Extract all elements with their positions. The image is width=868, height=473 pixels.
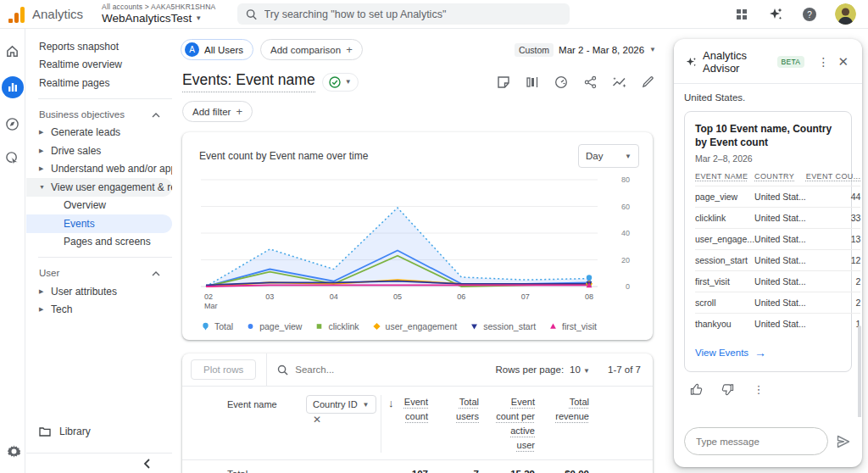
secondary-dimension-select[interactable]: Country ID▼: [306, 395, 376, 414]
search-icon: [246, 8, 257, 20]
insight-event: thankyou: [695, 314, 754, 335]
advisor-message-input[interactable]: [696, 437, 816, 447]
sidebar-item-reports-snapshot[interactable]: Reports snapshot: [26, 37, 172, 56]
advertising-icon[interactable]: [4, 149, 21, 166]
scrollbar-thumb[interactable]: [858, 326, 861, 417]
chevron-down-icon: ▼: [625, 153, 632, 160]
insight-event: session_start: [695, 250, 754, 271]
report-status-control[interactable]: ▼: [322, 73, 359, 92]
legend-item-page_view[interactable]: page_view: [246, 321, 302, 331]
sidebar-item-user-attributes[interactable]: ▶User attributes: [26, 282, 172, 301]
metric-header-total-users[interactable]: Total users: [430, 395, 481, 453]
share-icon[interactable]: [581, 74, 598, 91]
divider: [38, 257, 172, 258]
sidebar-item-realtime-pages[interactable]: Realtime pages: [26, 74, 172, 92]
sidebar-item-pages-and-screens[interactable]: Pages and screens: [26, 233, 172, 252]
thumbs-up-icon[interactable]: [687, 381, 704, 398]
edit-pencil-icon[interactable]: [639, 74, 656, 91]
svg-text:60: 60: [621, 203, 630, 211]
brand-name: Analytics: [32, 7, 83, 21]
table-search-input[interactable]: [295, 364, 414, 375]
sidebar-item-realtime-overview[interactable]: Realtime overview: [26, 56, 172, 75]
section-user[interactable]: User: [26, 264, 172, 282]
svg-text:0: 0: [626, 282, 630, 291]
svg-text:06: 06: [457, 292, 465, 301]
account-property-switcher[interactable]: All accounts > AAKA5HKR1SHNA WebAnalytic…: [102, 3, 215, 25]
admin-gear-icon[interactable]: [5, 442, 22, 459]
advisor-menu-icon[interactable]: ⋮: [816, 53, 830, 70]
insights-icon[interactable]: [610, 74, 627, 91]
gemini-sparkle-icon[interactable]: [767, 6, 784, 23]
sidebar-item-overview[interactable]: Overview: [26, 197, 172, 215]
comparison-bars-icon[interactable]: [524, 74, 541, 91]
user-avatar[interactable]: [835, 3, 856, 25]
search-input[interactable]: [264, 8, 562, 20]
sidebar-item-events[interactable]: Events: [26, 214, 172, 233]
chevron-up-icon: [152, 268, 160, 278]
sidebar-item-drive-sales[interactable]: ▶Drive sales: [26, 142, 172, 160]
granularity-select[interactable]: Day ▼: [578, 144, 639, 168]
remove-dimension-icon[interactable]: ✕: [313, 414, 321, 426]
insight-event: clicklink: [695, 208, 754, 229]
send-icon[interactable]: [835, 433, 852, 450]
sidebar-item-understand-web[interactable]: ▶Understand web and/or app t...: [26, 160, 172, 179]
add-filter-button[interactable]: Add filter+: [182, 101, 253, 122]
insight-date-range: Mar 2–8, 2026: [695, 153, 841, 164]
advisor-close-icon[interactable]: ✕: [837, 53, 850, 70]
insight-count: 12: [806, 250, 861, 271]
advisor-message-field[interactable]: [684, 427, 828, 455]
view-events-link[interactable]: View Events →: [695, 346, 841, 359]
help-icon[interactable]: ?: [801, 6, 818, 23]
totals-revenue: $0.00: [537, 469, 589, 473]
svg-text:02: 02: [204, 292, 213, 301]
table-totals-row: Total 107100% of total 7100% of total 15…: [182, 460, 653, 473]
global-search[interactable]: [237, 3, 570, 25]
sidebar-item-tech[interactable]: ▶Tech: [26, 301, 172, 320]
totals-label: Total: [216, 469, 294, 473]
thumbs-down-icon[interactable]: [719, 381, 736, 398]
metric-header-event-count-per-active-user[interactable]: Event count per active user: [481, 395, 537, 453]
feedback-menu-icon[interactable]: ⋮: [750, 381, 767, 398]
legend-item-user_engagement[interactable]: user_engagement: [372, 321, 458, 331]
collapsed-caret-icon: ▶: [39, 288, 51, 295]
reports-icon[interactable]: [2, 76, 24, 98]
insight-country: United Stat...: [754, 292, 806, 314]
table-search[interactable]: [277, 364, 495, 376]
dimension-header[interactable]: Event name: [216, 395, 294, 453]
insight-count: 33: [806, 208, 861, 229]
library-icon: [39, 426, 51, 437]
section-business-objectives[interactable]: Business objectives: [26, 105, 172, 124]
chevron-down-icon: ▼: [363, 401, 370, 409]
insight-table-row: user_engage... United Stat... 13: [695, 229, 860, 250]
home-icon[interactable]: [4, 42, 21, 59]
date-range-picker[interactable]: Custom Mar 2 - Mar 8, 2026 ▼: [515, 43, 656, 57]
explore-icon[interactable]: [4, 115, 21, 132]
add-comparison-button[interactable]: Add comparison+: [260, 39, 363, 60]
legend-item-session_start[interactable]: session_start: [470, 321, 536, 331]
svg-text:Mar: Mar: [204, 302, 218, 310]
search-icon: [277, 364, 288, 376]
legend-item-clicklink[interactable]: clicklink: [314, 321, 359, 331]
segment-chip-all-users[interactable]: A All Users: [181, 39, 253, 60]
sampling-speed-icon[interactable]: [553, 74, 570, 91]
legend-item-Total[interactable]: Total: [201, 321, 233, 331]
sidebar-item-view-user-engagement[interactable]: ▼View user engagement & rete...: [26, 178, 172, 197]
sidebar-item-generate-leads[interactable]: ▶Generate leads: [26, 124, 172, 142]
legend-item-first_visit[interactable]: first_visit: [548, 321, 597, 331]
svg-text:04: 04: [330, 292, 338, 301]
metric-header-total-revenue[interactable]: Total revenue: [537, 395, 591, 453]
sidebar-item-library[interactable]: Library: [26, 420, 172, 442]
rows-per-page-label: Rows per page:: [496, 364, 565, 375]
page-title[interactable]: Events: Event name: [182, 71, 315, 92]
totals-count-per-user: 15.29: [481, 469, 535, 473]
metric-header-event-count[interactable]: ↓Event count: [381, 395, 430, 453]
chart-title: Event count by Event name over time: [199, 150, 368, 162]
apps-grid-icon[interactable]: [733, 6, 750, 23]
collapse-sidebar-control[interactable]: [26, 453, 172, 473]
insight-col-event-name: EVENT NAME: [695, 172, 754, 186]
plot-rows-button[interactable]: Plot rows: [191, 359, 256, 380]
notes-icon[interactable]: [495, 74, 512, 91]
advisor-message-tail: United States.: [684, 92, 852, 103]
sort-descending-icon[interactable]: ↓: [388, 397, 394, 409]
rows-per-page-select[interactable]: 10 ▼: [570, 364, 590, 375]
